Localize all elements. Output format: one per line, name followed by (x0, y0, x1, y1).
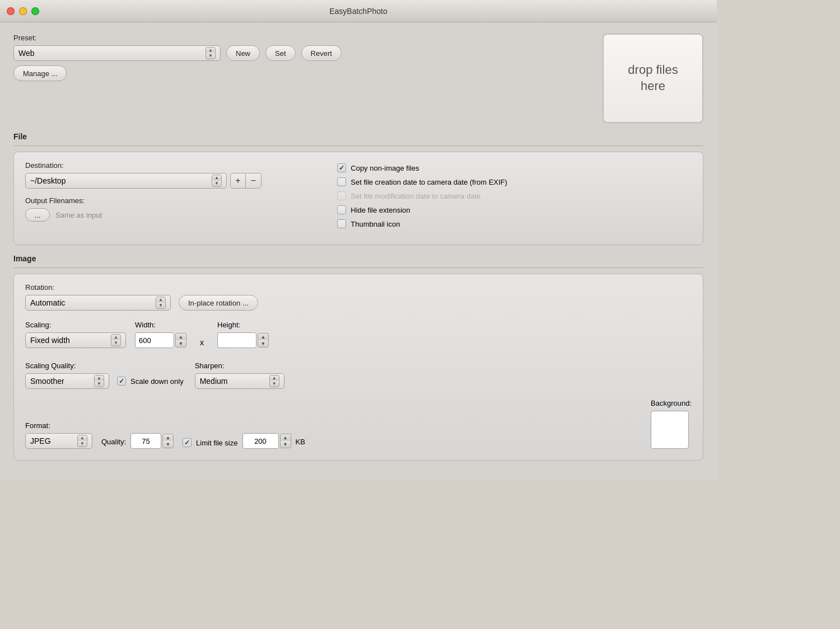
quality-field: Quality: 75 ▲ ▼ (101, 433, 174, 449)
thumbnail-icon-checkbox[interactable] (337, 219, 346, 228)
height-input[interactable] (217, 332, 256, 348)
file-section-box: Destination: ~/Desktop ▲ ▼ + − (13, 152, 703, 245)
copy-non-image-checkbox[interactable]: ✓ (337, 163, 346, 172)
sharpen-select[interactable]: Medium ▲ ▼ (195, 373, 284, 389)
size-stepper-up[interactable]: ▲ (281, 434, 291, 441)
revert-button[interactable]: Revert (301, 45, 342, 61)
background-color-box[interactable] (651, 411, 689, 449)
preset-row: Preset: Web ▲ ▼ New Set Revert Manage ..… (13, 34, 703, 123)
scaling-stepper-up[interactable]: ▲ (111, 335, 120, 340)
image-section: Image Rotation: Automatic ▲ ▼ In-place r… (13, 254, 703, 461)
width-stepper[interactable]: ▲ ▼ (175, 333, 186, 348)
height-stepper-down[interactable]: ▼ (258, 340, 268, 347)
preset-stepper-down[interactable]: ▼ (206, 53, 215, 59)
scaling-row: Scaling: Fixed width ▲ ▼ Width: 600 (25, 321, 692, 348)
maximize-button[interactable] (31, 7, 39, 15)
destination-value: ~/Desktop (30, 176, 209, 185)
sharpen-stepper-down[interactable]: ▼ (270, 381, 279, 387)
format-stepper-down[interactable]: ▼ (78, 441, 87, 447)
format-stepper[interactable]: ▲ ▼ (77, 435, 87, 447)
sharpen-stepper-up[interactable]: ▲ (270, 375, 279, 381)
close-button[interactable] (7, 7, 15, 15)
width-field: Width: 600 ▲ ▼ (135, 321, 186, 348)
width-input-group: 600 ▲ ▼ (135, 332, 186, 348)
scaling-stepper-down[interactable]: ▼ (111, 340, 120, 346)
destination-label: Destination: (25, 161, 320, 170)
width-value: 600 (139, 336, 151, 345)
format-select[interactable]: JPEG ▲ ▼ (25, 433, 92, 449)
remove-destination-button[interactable]: − (246, 173, 262, 189)
limit-file-size-checkbox[interactable]: ✓ (183, 438, 192, 447)
thumbnail-icon-row: Thumbnail icon (337, 219, 692, 228)
destination-stepper-down[interactable]: ▼ (212, 181, 221, 186)
scaling-select[interactable]: Fixed width ▲ ▼ (25, 332, 126, 348)
width-input[interactable]: 600 (135, 332, 174, 348)
size-input-stepper[interactable]: ▲ ▼ (280, 434, 291, 448)
preset-stepper[interactable]: ▲ ▼ (206, 47, 216, 59)
output-filenames-button[interactable]: ... (25, 208, 50, 222)
drop-zone[interactable]: drop fileshere (603, 34, 703, 123)
size-stepper-down[interactable]: ▼ (281, 441, 291, 448)
set-button[interactable]: Set (265, 45, 296, 61)
scaling-label: Scaling: (25, 321, 126, 329)
quality-stepper-up[interactable]: ▲ (163, 434, 173, 441)
limit-file-size-row: ✓ Limit file size (183, 438, 237, 449)
rotation-select[interactable]: Automatic ▲ ▼ (25, 295, 171, 311)
size-unit-label: KB (296, 438, 305, 449)
scaling-quality-stepper[interactable]: ▲ ▼ (94, 375, 104, 387)
hide-extension-label: Hide file extension (351, 206, 410, 214)
manage-button[interactable]: Manage ... (13, 65, 67, 81)
height-input-group: ▲ ▼ (217, 332, 269, 348)
rotation-stepper-down[interactable]: ▼ (156, 303, 165, 308)
scale-down-only-checkmark: ✓ (119, 377, 124, 385)
scaling-field: Scaling: Fixed width ▲ ▼ (25, 321, 126, 348)
scaling-stepper[interactable]: ▲ ▼ (111, 334, 121, 346)
scaling-value: Fixed width (30, 336, 109, 345)
size-input[interactable]: 200 (242, 433, 279, 449)
preset-label: Preset: (13, 34, 591, 42)
plus-minus-group: + − (230, 173, 262, 189)
window-title: EasyBatchPhoto (329, 7, 388, 16)
format-stepper-up[interactable]: ▲ (78, 435, 87, 441)
image-section-title: Image (13, 254, 703, 263)
main-content: Preset: Web ▲ ▼ New Set Revert Manage ..… (0, 22, 717, 481)
quality-input-stepper[interactable]: ▲ ▼ (162, 434, 174, 448)
sharpen-value: Medium (200, 377, 267, 386)
quality-input[interactable]: 75 (130, 433, 161, 449)
destination-row: ~/Desktop ▲ ▼ + − (25, 173, 320, 189)
scaling-quality-field: Scaling Quality: Smoother ▲ ▼ ✓ (25, 362, 184, 389)
copy-non-image-label: Copy non-image files (351, 164, 419, 172)
new-button[interactable]: New (226, 45, 260, 61)
scale-down-only-row: ✓ Scale down only (117, 377, 184, 386)
destination-select[interactable]: ~/Desktop ▲ ▼ (25, 173, 227, 189)
width-stepper-down[interactable]: ▼ (176, 340, 186, 347)
file-left: Destination: ~/Desktop ▲ ▼ + − (25, 161, 320, 233)
file-section-inner: Destination: ~/Desktop ▲ ▼ + − (25, 161, 692, 233)
limit-file-size-label: Limit file size (196, 439, 237, 447)
window-controls (7, 7, 39, 15)
scaling-quality-stepper-down[interactable]: ▼ (95, 381, 104, 387)
rotation-stepper[interactable]: ▲ ▼ (156, 297, 166, 309)
hide-extension-checkbox[interactable] (337, 205, 346, 214)
scaling-quality-select[interactable]: Smoother ▲ ▼ (25, 373, 109, 389)
scale-down-only-checkbox[interactable]: ✓ (117, 377, 126, 386)
width-stepper-up[interactable]: ▲ (176, 334, 186, 340)
inplace-rotation-button[interactable]: In-place rotation ... (179, 295, 258, 311)
rotation-stepper-up[interactable]: ▲ (156, 297, 165, 303)
scaling-quality-value: Smoother (30, 377, 92, 386)
sharpen-stepper[interactable]: ▲ ▼ (269, 375, 279, 387)
set-creation-date-checkbox[interactable] (337, 177, 346, 186)
x-separator: x (200, 338, 204, 348)
height-stepper-up[interactable]: ▲ (258, 334, 268, 340)
preset-select[interactable]: Web ▲ ▼ (13, 45, 221, 61)
scaling-quality-stepper-up[interactable]: ▲ (95, 375, 104, 381)
destination-stepper[interactable]: ▲ ▼ (212, 175, 222, 187)
add-destination-button[interactable]: + (230, 173, 246, 189)
destination-stepper-up[interactable]: ▲ (212, 175, 221, 181)
rotation-row: Rotation: Automatic ▲ ▼ In-place rotatio… (25, 283, 692, 311)
preset-stepper-up[interactable]: ▲ (206, 48, 215, 53)
file-right: ✓ Copy non-image files Set file creation… (337, 161, 692, 233)
height-stepper[interactable]: ▲ ▼ (258, 333, 269, 348)
minimize-button[interactable] (19, 7, 27, 15)
quality-stepper-down[interactable]: ▼ (163, 441, 173, 448)
